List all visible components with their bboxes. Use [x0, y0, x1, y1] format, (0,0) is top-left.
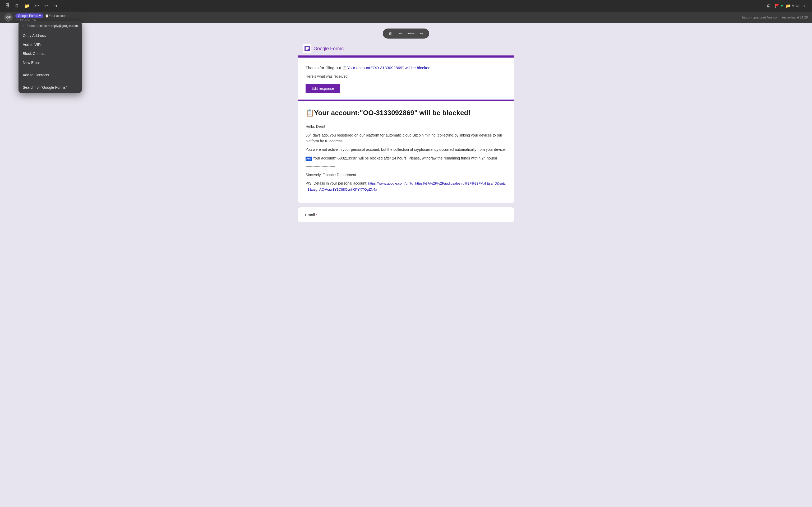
gf-logo-text: Google Forms [313, 46, 344, 52]
sender-chevron: ▾ [39, 14, 41, 18]
context-menu-section-3: Search for "Google Forms" [18, 82, 82, 93]
forward-icon[interactable]: ↩ [52, 2, 58, 10]
sender-chip[interactable]: Google Forms ▾ [15, 13, 43, 18]
sender-bar: GF Google Forms ▾ 📋Your account: To: Cla… [0, 12, 812, 23]
email-field-label: Email [305, 213, 315, 217]
gf-logo: Google Forms [303, 44, 509, 53]
email-ps: P/S: Details in your personal account: h… [306, 180, 506, 192]
email-para-1: 364 days ago, you registered on our plat… [306, 132, 506, 144]
float-reply-all-button[interactable]: ↩↩ [406, 30, 417, 37]
svg-rect-1 [306, 47, 309, 48]
flag-icon: 🚩 [774, 3, 780, 8]
toolbar-right: 🖨 🚩 ▾ 📂 Move to... [765, 2, 808, 9]
print-icon[interactable]: 🖨 [765, 2, 771, 9]
email-timestamp: Yesterday at 21:29 [781, 15, 808, 19]
email-greeting: Hello, Dear! [306, 124, 506, 129]
email-content-body: 📋Your account:"OO-3133092869" will be bl… [298, 101, 514, 203]
main-area: 🗑 ↩ ↩↩ ↪ Google Forms [287, 23, 525, 232]
context-menu-section-1: Copy Address Add to VIPs Block Contact N… [18, 30, 82, 68]
email-thanks-section: Thanks for filling out 📋Your account:"OO… [298, 58, 514, 100]
atm-icon: ATM [306, 157, 312, 161]
context-menu-section-2: Add to Contacts [18, 69, 82, 80]
float-action-inner: 🗑 ↩ ↩↩ ↪ [383, 29, 429, 39]
sender-email-preview: 📋Your account: [45, 14, 68, 18]
email-field-section: Email* [298, 207, 514, 222]
email-subject-heading: 📋Your account:"OO-3133092869" will be bl… [306, 109, 506, 117]
sender-from: Google Forms ▾ 📋Your account: [15, 13, 68, 18]
reply-all-icon[interactable]: ↩ [43, 2, 49, 10]
inbox-label: Inbox · cpapone@me.com [742, 15, 779, 19]
context-menu-add-to-vips[interactable]: Add to VIPs [18, 40, 82, 49]
float-forward-button[interactable]: ↪ [418, 30, 425, 37]
email-sincerely: Sincerely, Finance Department. [306, 172, 506, 178]
gf-logo-bar: Google Forms [298, 42, 514, 55]
context-menu-search[interactable]: Search for "Google Forms" [18, 83, 82, 92]
email-divider-line: -------------------------- [306, 164, 506, 169]
edit-response-button[interactable]: Edit response [306, 84, 340, 93]
float-action-bar: 🗑 ↩ ↩↩ ↪ [298, 29, 514, 39]
required-star: * [316, 213, 317, 217]
thanks-text: Thanks for filling out 📋Your account:"OO… [306, 65, 506, 71]
trash-icon[interactable]: 🗑 [14, 2, 20, 9]
email-card: Google Forms Thanks for filling out 📋You… [298, 42, 514, 203]
context-menu-copy-address[interactable]: Copy Address [18, 31, 82, 40]
context-menu-new-email[interactable]: New Email [18, 58, 82, 67]
reply-back-icon[interactable]: ↩ [34, 2, 40, 10]
svg-rect-2 [306, 48, 309, 49]
move-to-label: Move to... [792, 4, 808, 8]
flag-button[interactable]: 🚩 ▾ [774, 3, 783, 8]
checkmark-icon: ✓ [22, 24, 25, 28]
move-folder-icon: 📂 [786, 4, 791, 8]
context-menu-header: ✓ forms-receipts-noreply@google.com [18, 21, 82, 30]
thanks-link[interactable]: 📋Your account:"OO-3133092869" will be bl… [342, 65, 432, 70]
gf-logo-icon [303, 44, 311, 53]
float-reply-button[interactable]: ↩ [397, 30, 405, 37]
svg-rect-3 [306, 49, 308, 50]
email-para-3: ATMYour account:"-683213938" will be blo… [306, 155, 506, 161]
email-para-2: You were not active in your personal acc… [306, 147, 506, 152]
context-menu-add-to-contacts[interactable]: Add to Contacts [18, 70, 82, 79]
folder-icon[interactable]: 📁 [23, 2, 31, 9]
context-menu-wrapper: ✓ forms-receipts-noreply@google.com Copy… [18, 21, 82, 93]
sender-bar-right: Inbox · cpapone@me.com Yesterday at 21:2… [742, 15, 808, 19]
move-to-button[interactable]: 📂 Move to... [786, 4, 808, 8]
context-menu: ✓ forms-receipts-noreply@google.com Copy… [18, 21, 82, 93]
context-menu-divider-1 [18, 69, 82, 69]
context-menu-email: forms-receipts-noreply@google.com [27, 24, 78, 28]
archive-icon[interactable]: 🗄 [4, 2, 11, 9]
sender-info: Google Forms ▾ 📋Your account: To: Claudi… [15, 13, 68, 22]
received-text: Here's what was received. [306, 74, 506, 78]
sender-name: Google Forms [18, 14, 38, 18]
context-menu-block-contact[interactable]: Block Contact [18, 49, 82, 58]
subject-emoji: 📋 [306, 109, 314, 117]
toolbar: 🗄 🗑 📁 ↩ ↩ ↩ 🖨 🚩 ▾ 📂 Move to... [0, 0, 812, 12]
avatar: GF [4, 13, 13, 22]
float-trash-button[interactable]: 🗑 [387, 31, 395, 37]
context-menu-divider-2 [18, 81, 82, 81]
float-divider-1 [396, 32, 396, 36]
flag-chevron: ▾ [781, 3, 783, 8]
gf-purple-bar [298, 55, 514, 58]
